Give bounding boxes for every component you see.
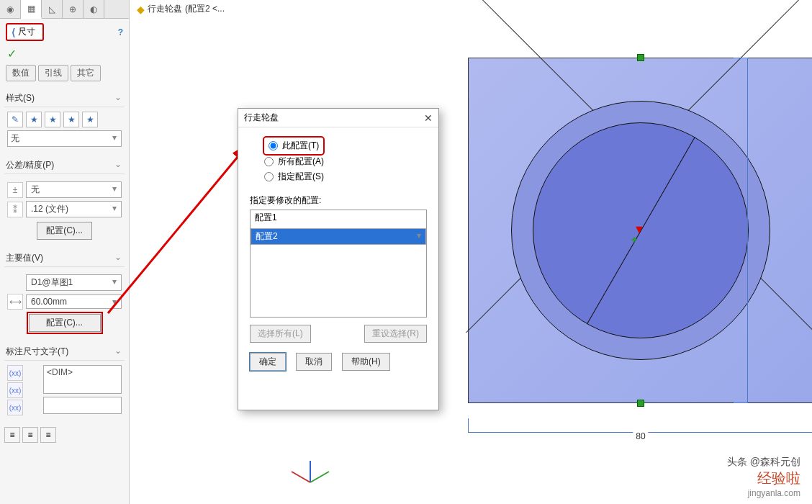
axis-y-icon xyxy=(310,471,330,483)
section-mainvalue: 主要值(V) D1@草图1 ⟷ 60.00mm 配置(C)... xyxy=(4,250,125,338)
crumb-config: (配置2 <... xyxy=(185,3,225,15)
axis-x-icon xyxy=(292,471,311,483)
style-star1-icon[interactable]: ★ xyxy=(26,112,42,127)
radio-this-input[interactable] xyxy=(269,141,278,150)
dimension-width[interactable]: 80 xyxy=(468,432,812,454)
dim-value-field[interactable]: 60.00mm xyxy=(26,294,122,309)
radio-this-config-highlight: 此配置(T) xyxy=(264,138,323,154)
dialog-title: 行走轮盘 xyxy=(244,112,279,124)
property-panel: ◉ ▦ ◺ ⊕ ◐ ⟨ 尺寸 ? ✓ 数值 引线 其它 样式(S) ✎ ★ ★ … xyxy=(0,0,130,504)
justify-right-icon[interactable]: ≡ xyxy=(40,427,56,443)
section-dimtext-header[interactable]: 标注尺寸文字(T) xyxy=(4,343,125,361)
cancel-button[interactable]: 取消 xyxy=(296,353,332,371)
mainval-config-button[interactable]: 配置(C)... xyxy=(29,314,101,332)
watermark-brand: 经验啦 xyxy=(727,469,800,488)
radio-all-input[interactable] xyxy=(264,157,274,166)
section-style: 样式(S) ✎ ★ ★ ★ ★ 无 xyxy=(4,90,125,151)
tol-config-button[interactable]: 配置(C)... xyxy=(37,222,92,240)
text-middle-icon[interactable]: (xx) xyxy=(7,382,23,398)
viewport[interactable]: ◆ 行走轮盘 (配置2 <... ▼ ✦ 80 xyxy=(130,0,812,504)
dimtext-field2[interactable] xyxy=(43,397,122,414)
style-star4-icon[interactable]: ★ xyxy=(82,112,98,127)
tab-eval-icon[interactable]: ⊕ xyxy=(63,0,84,19)
part-icon: ◆ xyxy=(137,4,145,15)
radio-spec-label: 指定配置(S) xyxy=(278,171,324,183)
section-tolerance: 公差/精度(P) ± 无 ⁑ .12 (文件) 配置(C)... xyxy=(4,157,125,244)
reset-selection-button[interactable]: 重设选择(R) xyxy=(364,325,427,343)
dim-name-field[interactable]: D1@草图1 xyxy=(26,274,122,291)
config-item-1[interactable]: 配置1 xyxy=(251,210,426,225)
radio-all-config[interactable]: 所有配置(A) xyxy=(264,154,427,169)
tol-type-select[interactable]: 无 xyxy=(26,181,122,198)
justify-center-icon[interactable]: ≡ xyxy=(22,427,38,443)
breadcrumb[interactable]: ◆ 行走轮盘 (配置2 <... xyxy=(137,3,225,15)
panel-title: 尺寸 xyxy=(18,26,35,38)
tab-property-icon[interactable]: ▦ xyxy=(21,0,42,19)
close-icon[interactable]: ✕ xyxy=(424,112,433,124)
origin-handle[interactable]: ✦ xyxy=(630,234,639,246)
panel-header: ⟨ 尺寸 ? xyxy=(0,19,129,45)
tab-feature-icon[interactable]: ◉ xyxy=(0,0,21,19)
radio-this-config[interactable]: 此配置(T) xyxy=(269,138,319,153)
dimtext-field[interactable]: <DIM> xyxy=(43,365,122,394)
view-triad[interactable] xyxy=(295,446,338,490)
section-mainval-header[interactable]: 主要值(V) xyxy=(4,250,125,267)
dim-value-icon: ⟷ xyxy=(7,294,23,310)
style-select[interactable]: 无 xyxy=(7,130,122,147)
select-all-button[interactable]: 选择所有(L) xyxy=(250,325,311,343)
bottom-tool-row: ≡ ≡ ≡ xyxy=(4,427,125,443)
dimension-height[interactable] xyxy=(747,58,769,403)
back-icon[interactable]: ⟨ xyxy=(12,27,15,37)
help-button[interactable]: 帮助(H) xyxy=(342,353,390,371)
handle-bottom[interactable] xyxy=(637,400,644,407)
list-label: 指定要修改的配置: xyxy=(250,194,427,207)
style-star2-icon[interactable]: ★ xyxy=(45,112,60,127)
style-star3-icon[interactable]: ★ xyxy=(63,112,79,127)
config-list[interactable]: 配置1 配置2 xyxy=(250,210,427,318)
radio-this-label: 此配置(T) xyxy=(282,140,319,152)
style-paint-icon[interactable]: ✎ xyxy=(7,112,23,127)
section-dimtext: 标注尺寸文字(T) (xx) (xx) (xx) <DIM> xyxy=(4,343,125,421)
panel-tabs: ◉ ▦ ◺ ⊕ ◐ xyxy=(0,0,129,19)
tab-appearance-icon[interactable]: ◐ xyxy=(84,0,104,19)
axis-z-icon xyxy=(310,461,311,482)
confirm-icon[interactable]: ✓ xyxy=(0,45,129,62)
config-item-2[interactable]: 配置2 xyxy=(251,228,426,245)
dimension-width-value: 80 xyxy=(633,431,648,441)
radio-spec-config[interactable]: 指定配置(S) xyxy=(264,169,427,184)
crumb-part: 行走轮盘 xyxy=(148,3,182,15)
subtab-value[interactable]: 数值 xyxy=(6,65,36,81)
radio-spec-input[interactable] xyxy=(264,172,274,181)
text-suffix-icon[interactable]: (xx) xyxy=(7,400,23,415)
watermark-headline: 头条 @森科元创 xyxy=(727,456,800,469)
style-icon-row: ✎ ★ ★ ★ ★ xyxy=(7,112,122,127)
text-prefix-icon[interactable]: (xx) xyxy=(7,365,23,381)
property-subtabs: 数值 引线 其它 xyxy=(0,62,129,84)
section-style-header[interactable]: 样式(S) xyxy=(4,90,125,107)
ok-button[interactable]: 确定 xyxy=(250,353,286,371)
tab-sketch-icon[interactable]: ◺ xyxy=(42,0,63,19)
subtab-leader[interactable]: 引线 xyxy=(38,65,68,81)
precision-icon: ⁑ xyxy=(7,202,23,217)
tol-type-icon: ± xyxy=(7,182,23,198)
precision-select[interactable]: .12 (文件) xyxy=(26,201,122,217)
help-icon[interactable]: ? xyxy=(118,27,123,37)
config-dialog: 行走轮盘 ✕ 此配置(T) 所有配置(A) 指定配置(S) 指定要修改的配置: … xyxy=(238,108,439,410)
justify-left-icon[interactable]: ≡ xyxy=(4,427,20,443)
dialog-titlebar[interactable]: 行走轮盘 ✕ xyxy=(238,109,438,127)
watermark-url: jingyanla.com xyxy=(727,488,800,498)
subtab-other[interactable]: 其它 xyxy=(71,65,101,81)
handle-top[interactable] xyxy=(637,54,644,61)
radio-all-label: 所有配置(A) xyxy=(278,156,324,168)
panel-title-box: ⟨ 尺寸 xyxy=(6,23,44,41)
watermark: 头条 @森科元创 经验啦 jingyanla.com xyxy=(727,456,800,498)
section-tol-header[interactable]: 公差/精度(P) xyxy=(4,157,125,174)
